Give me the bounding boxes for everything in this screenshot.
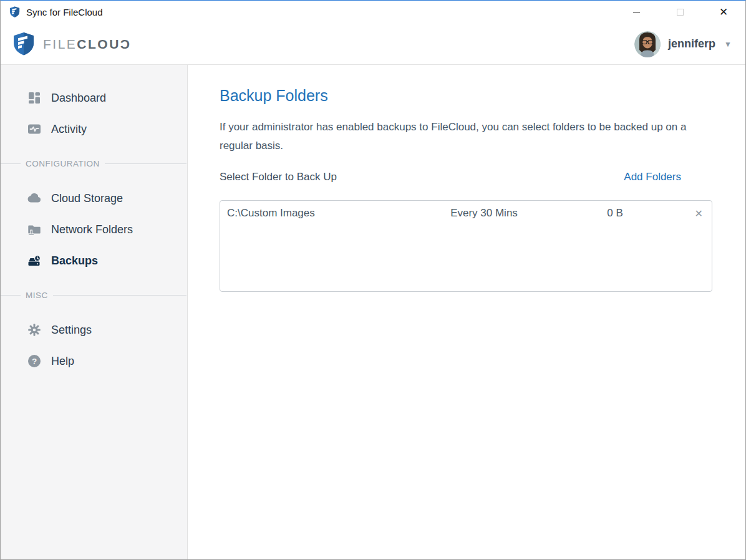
- sidebar-section-misc: MISC: [1, 290, 187, 301]
- select-folder-label: Select Folder to Back Up: [220, 171, 337, 183]
- sidebar-item-label: Settings: [51, 324, 92, 337]
- app-header: FILECLOUƆ: [1, 24, 745, 65]
- sidebar-section-configuration: CONFIGURATION: [1, 158, 187, 169]
- activity-icon: [26, 121, 43, 137]
- section-label: CONFIGURATION: [26, 159, 100, 168]
- backup-drive-clock-icon: [26, 253, 43, 269]
- svg-text:?: ?: [32, 357, 37, 366]
- sidebar-item-cloud-storage[interactable]: Cloud Storage: [1, 183, 187, 214]
- backup-folder-list: C:\Custom Images Every 30 Mins 0 B ✕: [220, 200, 712, 292]
- sidebar-item-label: Activity: [51, 123, 87, 136]
- backup-folder-row: C:\Custom Images Every 30 Mins 0 B ✕: [220, 201, 712, 224]
- folder-schedule: Every 30 Mins: [412, 207, 556, 220]
- sidebar-item-settings[interactable]: Settings: [1, 314, 187, 345]
- window-title: Sync for FileCloud: [26, 7, 103, 17]
- close-icon: ✕: [719, 7, 728, 17]
- sidebar-item-label: Backups: [51, 254, 98, 268]
- brand-logo: FILECLOUƆ: [12, 32, 132, 57]
- gear-icon: [26, 322, 43, 338]
- section-divider: [1, 295, 21, 296]
- minimize-icon: [633, 12, 640, 12]
- user-menu[interactable]: jenniferp ▼: [634, 31, 732, 57]
- minimize-button[interactable]: [614, 1, 658, 24]
- main-content: Backup Folders If your administrator has…: [188, 65, 745, 559]
- section-label: MISC: [26, 291, 48, 300]
- sidebar-item-label: Dashboard: [51, 92, 106, 105]
- sidebar-item-backups[interactable]: Backups: [1, 245, 187, 276]
- app-icon: [9, 6, 21, 18]
- chevron-down-icon: ▼: [724, 40, 732, 49]
- section-divider: [105, 163, 186, 164]
- dashboard-icon: [26, 90, 43, 106]
- page-description: If your administrator has enabled backup…: [220, 118, 712, 155]
- section-divider: [1, 163, 21, 164]
- sidebar-item-activity[interactable]: Activity: [1, 113, 187, 145]
- title-bar: Sync for FileCloud ✕: [1, 1, 745, 24]
- sidebar: Dashboard Activity CONFIGURATION: [1, 65, 188, 559]
- sidebar-item-label: Help: [51, 355, 74, 368]
- cloud-icon: [26, 190, 43, 206]
- avatar: [634, 31, 661, 57]
- app-window: Sync for FileCloud ✕ FILECLOUƆ: [0, 0, 746, 560]
- folder-path: C:\Custom Images: [227, 207, 412, 220]
- section-divider: [53, 295, 186, 296]
- page-title: Backup Folders: [220, 87, 712, 105]
- close-button[interactable]: ✕: [702, 1, 745, 24]
- sidebar-item-help[interactable]: ? Help: [1, 345, 187, 377]
- maximize-button[interactable]: [658, 1, 702, 24]
- folder-select-header-row: Select Folder to Back Up Add Folders: [220, 171, 712, 183]
- brand-wordmark: FILECLOUƆ: [43, 37, 132, 52]
- brand-file-text: FILE: [43, 37, 77, 51]
- add-folders-button[interactable]: Add Folders: [624, 171, 681, 183]
- network-folder-icon: [26, 221, 43, 238]
- brand-cloud-text: CLOUƆ: [77, 37, 131, 51]
- app-body: Dashboard Activity CONFIGURATION: [1, 65, 745, 559]
- sidebar-item-network-folders[interactable]: Network Folders: [1, 214, 187, 245]
- sidebar-item-label: Network Folders: [51, 223, 133, 236]
- filecloud-shield-icon: [12, 32, 36, 57]
- maximize-icon: [677, 9, 684, 16]
- user-name: jenniferp: [668, 37, 715, 51]
- remove-folder-button[interactable]: ✕: [674, 208, 703, 220]
- sidebar-item-label: Cloud Storage: [51, 192, 123, 205]
- help-icon: ?: [26, 353, 43, 369]
- sidebar-item-dashboard[interactable]: Dashboard: [1, 82, 187, 113]
- folder-size: 0 B: [556, 207, 674, 220]
